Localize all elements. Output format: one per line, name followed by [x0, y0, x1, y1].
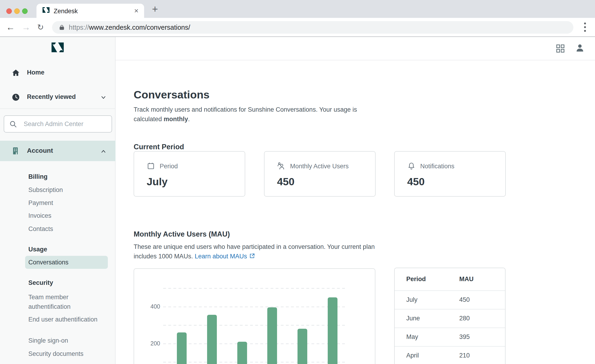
sidebar-item-single-sign-on[interactable]: Single sign-on — [28, 337, 68, 344]
sidebar-item-billing[interactable]: Billing — [28, 173, 48, 180]
card-value: 450 — [277, 176, 294, 188]
monthly-active-users-card: Monthly Active Users 450 — [264, 151, 375, 197]
browser-window: Zendesk × + ← → ↻ https://www.zendesk.co… — [0, 0, 595, 364]
sidebar-item-contacts[interactable]: Contacts — [28, 225, 53, 233]
search-input[interactable] — [23, 117, 108, 131]
mau-bar — [328, 297, 338, 364]
card-value: July — [147, 176, 168, 188]
building-icon — [11, 146, 21, 157]
person-icon — [575, 43, 585, 53]
sidebar-item-security-documents[interactable]: Security documents — [28, 350, 84, 357]
mau-bar — [298, 329, 307, 364]
table-header-row: Period MAU — [395, 268, 505, 290]
period-column-header: Period — [406, 275, 426, 283]
mau-bar — [237, 342, 247, 364]
toolbar: ← → ↻ https://www.zendesk.com/conversati… — [0, 18, 595, 36]
mau-table: Period MAU July 450 June 280 May 395 Apr… — [394, 268, 505, 364]
close-tab-icon[interactable]: × — [134, 7, 139, 15]
page-subtitle: Track monthly users and notifications fo… — [134, 105, 357, 124]
current-period-heading: Current Period — [134, 143, 184, 151]
sidebar: Home Recently viewed — [0, 37, 115, 364]
browser-tab[interactable]: Zendesk × — [36, 4, 144, 18]
sidebar-item-conversations-active[interactable]: Conversations — [25, 256, 108, 269]
subtitle-line2: calculated monthly. — [134, 114, 357, 124]
reload-button[interactable]: ↻ — [37, 22, 44, 32]
gridline-500 — [163, 288, 347, 288]
subtitle-line1: Track monthly users and notifications fo… — [134, 105, 357, 114]
mau-cell: 210 — [459, 352, 470, 359]
sidebar-item-label: Account — [27, 147, 53, 154]
mau-heading: Monthly Active Users (MAU) — [134, 230, 230, 238]
y-axis-tick-200: 200 — [141, 340, 160, 347]
card-value: 450 — [407, 176, 425, 188]
zendesk-logo-icon — [51, 42, 64, 53]
sidebar-item-end-user-authentification[interactable]: End user authentification — [28, 315, 100, 324]
admin-search[interactable] — [4, 115, 112, 133]
users-icon — [277, 162, 285, 171]
sidebar-item-security[interactable]: Security — [28, 279, 53, 287]
main-content: Conversations Track monthly users and no… — [115, 37, 595, 364]
sidebar-item-recently-viewed[interactable]: Recently viewed — [0, 92, 115, 102]
sidebar-item-label: Home — [27, 69, 44, 76]
tab-strip: Zendesk × + — [0, 0, 595, 18]
period-cell: April — [406, 352, 419, 359]
table-row: June 280 — [395, 309, 505, 328]
url-scheme: https:// — [69, 24, 89, 31]
gridline-400 — [163, 307, 347, 307]
gridline-300 — [163, 325, 347, 325]
learn-about-maus-link[interactable]: Learn about MAUs — [195, 253, 255, 260]
mau-body-line1: These are unique end users who have part… — [134, 242, 375, 252]
page-title: Conversations — [134, 88, 209, 101]
card-label: Monthly Active Users — [290, 163, 349, 170]
sidebar-item-invoices[interactable]: Invoices — [28, 212, 51, 219]
browser-chrome: Zendesk × + ← → ↻ https://www.zendesk.co… — [0, 0, 595, 37]
app-header — [115, 37, 595, 60]
sidebar-item-usage[interactable]: Usage — [28, 246, 47, 253]
external-link-icon — [249, 253, 255, 259]
sidebar-item-subscription[interactable]: Subscription — [28, 186, 63, 194]
apps-grid-button[interactable] — [556, 44, 565, 54]
url-bar[interactable]: https://www.zendesk.com/conversations/ — [52, 21, 573, 34]
home-icon — [12, 69, 20, 78]
chevron-down-icon — [100, 94, 107, 102]
mau-cell: 450 — [459, 296, 470, 303]
close-window-button[interactable] — [6, 8, 12, 14]
minimize-window-button[interactable] — [14, 8, 20, 14]
zendesk-favicon-icon — [42, 7, 50, 14]
clock-icon — [12, 93, 20, 102]
sidebar-item-payment[interactable]: Payment — [28, 199, 53, 207]
forward-button[interactable]: → — [22, 22, 30, 32]
browser-menu-icon[interactable] — [582, 22, 588, 33]
mau-cell: 395 — [459, 333, 470, 341]
period-cell: May — [406, 333, 418, 341]
sidebar-item-account[interactable]: Account — [0, 141, 115, 161]
table-row: July 450 — [395, 290, 505, 309]
sidebar-item-home[interactable]: Home — [0, 68, 115, 78]
period-card: Period July — [134, 151, 245, 197]
search-icon — [9, 120, 17, 128]
gridline-100 — [163, 362, 347, 362]
new-tab-button[interactable]: + — [152, 3, 158, 15]
sidebar-item-label: Recently viewed — [27, 93, 76, 101]
mau-column-header: MAU — [459, 275, 474, 283]
url-text: https://www.zendesk.com/conversations/ — [69, 24, 190, 31]
bell-icon — [407, 162, 416, 171]
url-path: www.zendesk.com/conversations/ — [89, 24, 190, 31]
mau-bar — [267, 307, 277, 364]
tab-title: Zendesk — [54, 8, 78, 15]
period-cell: July — [406, 296, 418, 303]
lock-icon — [59, 24, 65, 32]
mau-bar — [207, 315, 217, 364]
mau-description: These are unique end users who have part… — [134, 242, 375, 261]
zoom-window-button[interactable] — [22, 8, 28, 14]
user-avatar-button[interactable] — [575, 43, 585, 54]
calendar-icon — [147, 162, 155, 171]
chevron-up-icon — [100, 148, 107, 156]
card-label: Period — [160, 163, 178, 170]
mau-bar-chart: 400 200 — [134, 268, 375, 364]
sidebar-item-team-member-authentification[interactable]: Team member authentification — [28, 293, 100, 312]
notifications-card: Notifications 450 — [394, 151, 506, 197]
back-button[interactable]: ← — [6, 22, 15, 32]
mau-body-line2: includes 1000 MAUs. Learn about MAUs — [134, 252, 375, 261]
grid-icon — [556, 44, 565, 53]
